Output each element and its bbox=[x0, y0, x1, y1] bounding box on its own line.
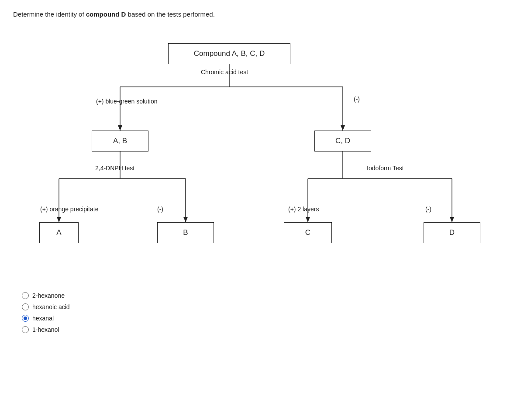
label-minus-3: (-) bbox=[425, 206, 431, 213]
option-row-3[interactable]: 1-hexanol bbox=[22, 326, 511, 333]
radio-opt-1hexanol[interactable] bbox=[22, 326, 29, 333]
option-label-0: 2-hexanone bbox=[32, 292, 65, 299]
options-area: 2-hexanonehexanoic acidhexanal1-hexanol bbox=[22, 292, 511, 333]
label-blue-green: (+) blue-green solution bbox=[96, 98, 157, 105]
option-label-1: hexanoic acid bbox=[32, 303, 70, 310]
label-minus-1: (-) bbox=[354, 96, 360, 103]
box-abcd: Compound A, B, C, D bbox=[168, 43, 290, 64]
label-2layers: (+) 2 layers bbox=[288, 206, 319, 213]
box-ab: A, B bbox=[92, 131, 148, 151]
svg-marker-12 bbox=[183, 217, 188, 222]
radio-opt-hexanoic[interactable] bbox=[22, 303, 29, 310]
option-label-2: hexanal bbox=[32, 315, 54, 322]
svg-marker-10 bbox=[57, 217, 61, 222]
option-row-1[interactable]: hexanoic acid bbox=[22, 303, 511, 310]
title-prefix: Determine the identity of bbox=[13, 10, 86, 18]
label-iodoform: Iodoform Test bbox=[367, 165, 404, 172]
box-a: A bbox=[39, 222, 79, 243]
box-cd: C, D bbox=[314, 131, 371, 151]
box-c: C bbox=[284, 222, 332, 243]
label-minus-2: (-) bbox=[157, 206, 163, 213]
radio-opt-hexanal[interactable] bbox=[22, 315, 29, 322]
option-label-3: 1-hexanol bbox=[32, 326, 59, 333]
option-row-2[interactable]: hexanal bbox=[22, 315, 511, 322]
title-suffix: based on the tests performed. bbox=[126, 10, 214, 18]
title-bold: compound D bbox=[86, 10, 126, 18]
label-orange-precipitate: (+) orange precipitate bbox=[40, 206, 98, 213]
label-dnph: 2,4-DNPH test bbox=[95, 165, 134, 172]
diagram: Compound A, B, C, D A, B C, D A B C D Ch… bbox=[22, 30, 502, 275]
svg-marker-6 bbox=[341, 125, 345, 131]
option-row-0[interactable]: 2-hexanone bbox=[22, 292, 511, 299]
radio-opt-hexanone[interactable] bbox=[22, 292, 29, 299]
svg-marker-16 bbox=[306, 217, 310, 222]
svg-marker-18 bbox=[450, 217, 454, 222]
label-chromic-acid: Chromic acid test bbox=[201, 69, 248, 76]
box-d: D bbox=[424, 222, 480, 243]
page-title: Determine the identity of compound D bas… bbox=[13, 10, 511, 18]
box-b: B bbox=[157, 222, 214, 243]
svg-marker-3 bbox=[118, 125, 122, 131]
